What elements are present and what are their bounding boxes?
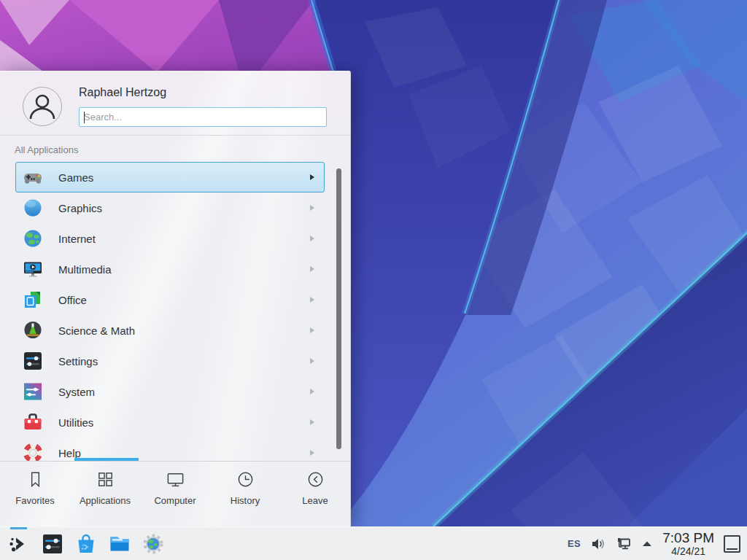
- applications-icon: [96, 470, 115, 489]
- category-label: Games: [58, 171, 93, 184]
- tab-label: Favorites: [15, 495, 54, 506]
- launcher-active-indicator: [10, 527, 27, 529]
- web-browser-icon: [142, 532, 165, 556]
- category-list: Games Graphics: [15, 162, 325, 462]
- clock-date: 4/24/21: [662, 546, 714, 556]
- internet-icon: [23, 228, 43, 249]
- category-row-help[interactable]: Help: [15, 438, 325, 462]
- chevron-right-icon: [310, 419, 314, 425]
- science-icon: [23, 320, 43, 341]
- discover-icon: [74, 532, 98, 556]
- header-divider: [0, 135, 350, 136]
- tab-label: Computer: [154, 495, 196, 506]
- user-name: Raphael Hertzog: [79, 86, 166, 99]
- chevron-right-icon: [310, 358, 314, 364]
- tab-applications[interactable]: Applications: [70, 462, 140, 527]
- category-row-science-math[interactable]: Science & Math: [15, 315, 325, 346]
- multimedia-icon: [23, 259, 43, 279]
- volume-icon: [590, 536, 606, 552]
- active-tab-indicator: [74, 458, 139, 461]
- category-label: Multimedia: [58, 263, 112, 276]
- category-label: Settings: [58, 355, 98, 368]
- category-label: Office: [58, 294, 87, 306]
- chevron-right-icon: [310, 389, 314, 394]
- category-row-graphics[interactable]: Graphics: [15, 192, 325, 223]
- category-label: Internet: [58, 233, 96, 245]
- show-desktop-button[interactable]: [724, 535, 740, 553]
- tab-label: History: [231, 495, 260, 506]
- taskbar-system-settings-button[interactable]: [41, 532, 64, 556]
- desktop: Raphael Hertzog All Applications Games: [0, 0, 747, 560]
- graphics-icon: [23, 198, 43, 218]
- category-row-office[interactable]: Office: [15, 284, 325, 315]
- history-icon: [236, 470, 255, 489]
- category-row-settings[interactable]: Settings: [15, 346, 325, 376]
- application-launcher-menu: Raphael Hertzog All Applications Games: [0, 71, 351, 527]
- chevron-right-icon: [310, 174, 314, 180]
- category-row-multimedia[interactable]: Multimedia: [15, 254, 325, 284]
- volume-button[interactable]: [590, 536, 606, 552]
- search-input[interactable]: [79, 107, 327, 127]
- chevron-right-icon: [310, 266, 314, 272]
- chevron-right-icon: [310, 327, 314, 333]
- tray-expander-button[interactable]: [641, 538, 653, 550]
- network-button[interactable]: [616, 536, 632, 552]
- search-field[interactable]: [80, 108, 326, 126]
- section-label: All Applications: [15, 144, 78, 155]
- category-label: Utilities: [58, 416, 93, 429]
- text-caret: [84, 112, 85, 123]
- system-settings-icon: [41, 532, 64, 556]
- taskbar-web-browser-button[interactable]: [142, 532, 165, 556]
- chevron-right-icon: [310, 297, 314, 303]
- utilities-icon: [23, 412, 43, 432]
- caret-up-icon: [641, 538, 653, 550]
- category-label: Help: [58, 447, 81, 459]
- taskbar-app-icons: [0, 532, 165, 556]
- taskbar-launcher-button[interactable]: [7, 532, 31, 556]
- user-avatar: [23, 87, 62, 126]
- category-row-internet[interactable]: Internet: [15, 223, 325, 254]
- settings-icon: [23, 351, 43, 371]
- folder-icon: [108, 532, 131, 556]
- office-icon: [23, 289, 43, 310]
- chevron-right-icon: [310, 450, 314, 456]
- tab-computer[interactable]: Computer: [140, 462, 210, 527]
- system-tray: ES: [568, 531, 747, 556]
- clock-time: 7:03 PM: [662, 531, 714, 545]
- favorites-icon: [26, 470, 45, 489]
- taskbar-discover-button[interactable]: [74, 532, 98, 556]
- chevron-right-icon: [310, 205, 314, 211]
- wired-network-icon: [616, 536, 632, 552]
- list-scrollbar[interactable]: [336, 168, 341, 449]
- category-row-games[interactable]: Games: [15, 162, 325, 192]
- launcher-tab-bar: Favorites Applications Computer: [0, 462, 350, 527]
- system-icon: [23, 381, 43, 402]
- category-label: Science & Math: [58, 324, 135, 337]
- kickoff-icon: [7, 532, 31, 556]
- computer-icon: [166, 470, 185, 489]
- taskbar-file-manager-button[interactable]: [108, 532, 131, 556]
- category-row-utilities[interactable]: Utilities: [15, 407, 325, 438]
- chevron-right-icon: [310, 236, 314, 241]
- clock-widget[interactable]: 7:03 PM 4/24/21: [662, 531, 714, 556]
- tab-label: Applications: [80, 495, 131, 506]
- category-label: System: [58, 386, 95, 398]
- keyboard-layout-indicator[interactable]: ES: [568, 538, 581, 549]
- category-label: Graphics: [58, 202, 102, 214]
- tab-history[interactable]: History: [210, 462, 280, 527]
- taskbar-panel: ES: [0, 526, 747, 560]
- tab-leave[interactable]: Leave: [280, 462, 350, 527]
- tab-favorites[interactable]: Favorites: [0, 462, 70, 527]
- games-icon: [23, 167, 43, 187]
- category-row-system[interactable]: System: [15, 376, 325, 407]
- tab-label: Leave: [302, 495, 328, 506]
- leave-icon: [306, 470, 325, 489]
- help-icon: [23, 443, 43, 462]
